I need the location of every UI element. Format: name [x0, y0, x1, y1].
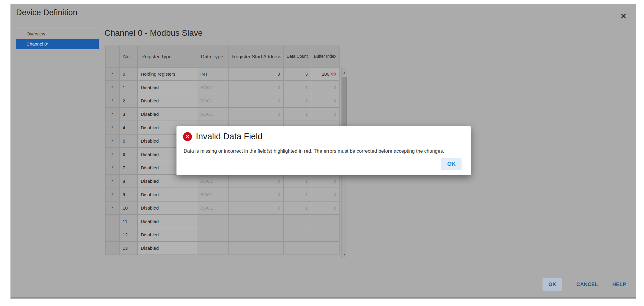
- modal-ok-button[interactable]: OK: [441, 158, 462, 170]
- table-row: *0Holding registersINT03100: [105, 67, 339, 81]
- cell-no: 10: [119, 201, 137, 215]
- cell-no: 12: [119, 228, 137, 241]
- cell-row-status: *: [105, 107, 119, 121]
- cell-row-status: *: [105, 201, 119, 215]
- cell-register-start-address[interactable]: 0: [228, 81, 283, 94]
- cell-register-type[interactable]: Disabled: [137, 188, 197, 201]
- table-header-row: No.Register TypeData TypeRegister Start …: [105, 46, 339, 67]
- cell-data-count[interactable]: 1: [283, 174, 311, 188]
- table-row: *1DisabledBOOL010: [105, 81, 339, 94]
- cell-register-type[interactable]: Disabled: [137, 228, 197, 241]
- scroll-down-icon[interactable]: ▼: [342, 251, 347, 258]
- cell-buffer-index: [311, 241, 339, 255]
- ok-button[interactable]: OK: [543, 278, 562, 291]
- cell-register-type[interactable]: Disabled: [137, 107, 197, 121]
- modal-header: ✕ Invalid Data Field: [183, 132, 262, 141]
- cell-row-status: *: [105, 188, 119, 201]
- cell-data-count[interactable]: 1: [283, 201, 311, 215]
- table-row: *2DisabledBOOL010: [105, 94, 339, 107]
- cell-buffer-index[interactable]: 100: [311, 67, 339, 81]
- help-button[interactable]: HELP: [612, 282, 626, 288]
- sidebar: OverviewChannel 0*: [16, 29, 99, 268]
- cell-buffer-index[interactable]: 0: [311, 188, 339, 201]
- cell-buffer-index[interactable]: 0: [311, 107, 339, 121]
- column-header-data-count: Data Count: [283, 46, 311, 67]
- cell-register-type[interactable]: Holding registers: [137, 67, 197, 81]
- cell-register-start-address[interactable]: 0: [228, 107, 283, 121]
- cell-no: 11: [119, 215, 137, 228]
- column-header-register-start-address: Register Start Address: [228, 46, 283, 67]
- cell-register-start-address[interactable]: 0: [228, 94, 283, 107]
- cell-data-type[interactable]: BOOL: [197, 201, 228, 215]
- buffer-index-value: 0: [333, 179, 336, 184]
- cell-row-status: *: [105, 121, 119, 134]
- buffer-index-value: 0: [333, 192, 336, 197]
- cell-no: 13: [119, 241, 137, 255]
- cell-register-type[interactable]: Disabled: [137, 215, 197, 228]
- cell-data-type[interactable]: BOOL: [197, 174, 228, 188]
- cell-register-start-address[interactable]: 0: [228, 201, 283, 215]
- cell-register-type[interactable]: Disabled: [137, 81, 197, 94]
- cell-data-type[interactable]: BOOL: [197, 188, 228, 201]
- cell-buffer-index[interactable]: 0: [311, 201, 339, 215]
- cell-data-count[interactable]: 1: [283, 107, 311, 121]
- cell-register-start-address: [228, 241, 283, 255]
- cell-data-count[interactable]: 3: [283, 67, 311, 81]
- cell-no: 0: [119, 67, 137, 81]
- cell-row-status: [105, 215, 119, 228]
- scroll-up-icon[interactable]: ▲: [342, 69, 347, 76]
- cell-row-status: *: [105, 94, 119, 107]
- close-icon[interactable]: ✕: [618, 11, 629, 22]
- modal-message: Data is missing or incorrect in the fiel…: [184, 148, 444, 154]
- cell-buffer-index[interactable]: 0: [311, 94, 339, 107]
- cell-row-status: [105, 241, 119, 255]
- column-header-buffer-index: Buffer Index: [311, 46, 339, 67]
- cell-register-start-address[interactable]: 0: [228, 188, 283, 201]
- cell-register-start-address[interactable]: 0: [228, 174, 283, 188]
- cell-register-type[interactable]: Disabled: [137, 174, 197, 188]
- cell-data-count[interactable]: 1: [283, 94, 311, 107]
- cell-data-type[interactable]: BOOL: [197, 81, 228, 94]
- cell-data-count[interactable]: 1: [283, 188, 311, 201]
- buffer-index-value: 0: [333, 205, 336, 211]
- cell-data-count[interactable]: 1: [283, 81, 311, 94]
- invalid-data-modal: ✕ Invalid Data Field Data is missing or …: [176, 126, 471, 175]
- sidebar-item-overview[interactable]: Overview: [16, 29, 99, 39]
- cell-data-type[interactable]: BOOL: [197, 107, 228, 121]
- cell-data-count: [283, 215, 311, 228]
- column-header-no-: No.: [119, 46, 137, 67]
- cell-data-type: [197, 215, 228, 228]
- cell-row-status: *: [105, 148, 119, 161]
- buffer-index-value: 0: [333, 98, 336, 104]
- cell-row-status: *: [105, 174, 119, 188]
- cell-no: 5: [119, 134, 137, 148]
- cell-register-start-address: [228, 228, 283, 241]
- cell-register-start-address[interactable]: 0: [228, 67, 283, 81]
- column-header-status: [105, 46, 119, 67]
- cell-data-count: [283, 228, 311, 241]
- cell-no: 9: [119, 188, 137, 201]
- cell-register-type[interactable]: Disabled: [137, 94, 197, 107]
- table-row: *10DisabledBOOL010: [105, 201, 339, 215]
- cell-buffer-index[interactable]: 0: [311, 81, 339, 94]
- dialog-footer: OK CANCEL HELP: [543, 278, 626, 291]
- buffer-index-value: 0: [333, 85, 336, 90]
- page: Device Definition ✕ OverviewChannel 0* C…: [0, 0, 644, 306]
- cell-data-type: [197, 241, 228, 255]
- cell-buffer-index: [311, 215, 339, 228]
- cell-register-type[interactable]: Disabled: [137, 201, 197, 215]
- cell-data-count: [283, 241, 311, 255]
- cell-register-start-address: [228, 215, 283, 228]
- cell-no: 8: [119, 174, 137, 188]
- cancel-button[interactable]: CANCEL: [576, 282, 598, 288]
- cell-no: 3: [119, 107, 137, 121]
- cell-data-type[interactable]: BOOL: [197, 94, 228, 107]
- dialog-title: Device Definition: [16, 8, 77, 17]
- cell-buffer-index[interactable]: 0: [311, 174, 339, 188]
- sidebar-item-channel-0[interactable]: Channel 0*: [16, 39, 99, 49]
- cell-buffer-index: [311, 228, 339, 241]
- cell-register-type[interactable]: Disabled: [137, 241, 197, 255]
- cell-row-status: *: [105, 161, 119, 174]
- cell-row-status: *: [105, 67, 119, 81]
- cell-data-type[interactable]: INT: [197, 67, 228, 81]
